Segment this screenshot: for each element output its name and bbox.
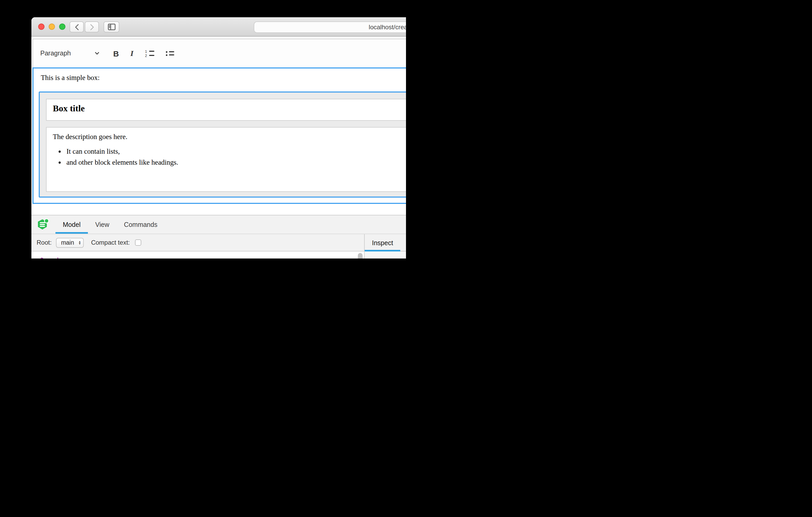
inspector-header: ModelViewCommands Editor instance: edito… [31,215,406,234]
close-window-button[interactable] [38,24,45,30]
model-pane-controls: Root: main ▲▼ Compact text: [31,234,365,251]
model-tree-scrollbar[interactable] [358,253,362,258]
description-paragraph: The description goes here. [53,133,406,141]
inspector-subheader: Root: main ▲▼ Compact text: InspectSelec… [31,234,406,251]
model-tree: <$root><paragraph>"This is a simple box:… [31,251,364,258]
bulleted-list-icon-row2 [166,54,174,56]
minimize-window-button[interactable] [49,24,55,30]
compact-text-label: Compact text: [91,239,130,246]
root-label: Root: [37,239,52,246]
safari-window: localhost/creating-a-plugin/ ↻ + Paragra… [31,17,406,258]
ckeditor-inspector: ModelViewCommands Editor instance: edito… [31,215,406,258]
inspector-tab-commands[interactable]: Commands [117,215,165,234]
root-value: main [61,239,74,246]
numbered-list-button[interactable]: 1 2 [145,50,154,57]
root-select[interactable]: main ▲▼ [56,238,84,247]
bulleted-list-button[interactable] [166,51,174,56]
ckeditor: Paragraph B I 1 2 [32,39,406,204]
chevron-left-icon [75,24,79,30]
chevron-right-icon [90,24,94,30]
forward-button[interactable] [85,22,99,32]
inspector-body: <$root><paragraph>"This is a simple box:… [31,251,406,258]
ckeditor-logo-icon [37,218,49,231]
compact-text-checkbox[interactable] [135,239,141,246]
zoom-window-button[interactable] [59,24,65,30]
select-stepper-icon: ▲▼ [78,240,81,245]
editor-editable-area[interactable]: This is a simple box: Box title The desc… [32,67,406,204]
description-list-item: and other block elements like headings. [66,158,406,167]
sidebar-toggle-button[interactable] [104,22,119,32]
window-content: Paragraph B I 1 2 [31,37,406,258]
numbered-list-icon-row2: 2 [145,54,154,57]
inspect-tab-inspect[interactable]: Inspect [365,234,401,251]
titlebar: localhost/creating-a-plugin/ ↻ + [31,17,406,37]
screen: localhost/creating-a-plugin/ ↻ + Paragra… [0,0,406,258]
sidebar-icon [108,24,115,30]
spacer [165,215,406,234]
simple-box-widget[interactable]: Box title The description goes here. It … [39,91,406,197]
back-button[interactable] [69,22,84,32]
bold-button[interactable]: B [113,49,119,58]
chevron-down-icon [95,52,100,55]
inspector-tab-model[interactable]: Model [55,215,88,234]
traffic-lights [38,24,65,30]
inspect-pane-tabs: InspectSelection [365,234,406,251]
web-page: Paragraph B I 1 2 [31,37,406,258]
description-list: It can contain lists,and other block ele… [66,147,406,167]
paragraph-dropdown-label: Paragraph [40,50,71,57]
model-tree-pane: <$root><paragraph>"This is a simple box:… [31,251,365,258]
inspect-pane: Select a node in the tree to inspect [365,251,406,258]
bulleted-list-icon [166,51,174,53]
address-bar[interactable]: localhost/creating-a-plugin/ ↻ [254,22,406,33]
inspect-tab-selection[interactable]: Selection [401,234,406,251]
url-text: localhost/creating-a-plugin/ [369,24,406,31]
simple-box-title[interactable]: Box title [46,99,406,121]
inspector-tab-view[interactable]: View [88,215,117,234]
editor-toolbar: Paragraph B I 1 2 [32,39,406,67]
description-list-item: It can contain lists, [66,147,406,156]
model-tree-line[interactable]: <$root> [36,255,364,258]
simple-box-description[interactable]: The description goes here. It can contai… [46,127,406,192]
paragraph-dropdown[interactable]: Paragraph [40,50,100,57]
italic-button[interactable]: I [130,49,134,58]
numbered-list-icon: 1 [145,50,154,53]
intro-paragraph: This is a simple box: [41,74,406,82]
inspector-tabs: ModelViewCommands [55,215,165,234]
